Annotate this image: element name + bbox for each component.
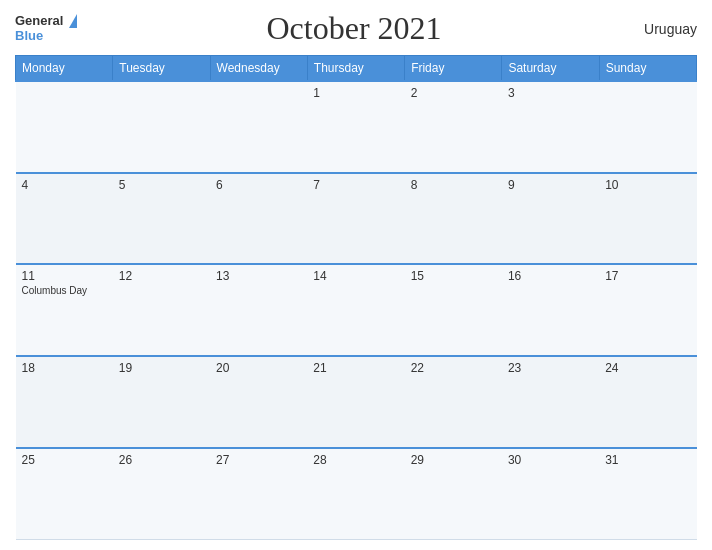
header-row: Monday Tuesday Wednesday Thursday Friday… bbox=[16, 56, 697, 82]
col-monday: Monday bbox=[16, 56, 113, 82]
day-cell: 29 bbox=[405, 448, 502, 540]
day-cell bbox=[113, 81, 210, 173]
day-cell: 5 bbox=[113, 173, 210, 265]
day-number: 5 bbox=[119, 178, 204, 192]
day-number: 30 bbox=[508, 453, 593, 467]
day-number: 10 bbox=[605, 178, 690, 192]
day-number: 31 bbox=[605, 453, 690, 467]
day-number: 23 bbox=[508, 361, 593, 375]
logo-text: General Blue bbox=[15, 14, 77, 44]
day-number: 29 bbox=[411, 453, 496, 467]
day-cell: 27 bbox=[210, 448, 307, 540]
calendar-table: Monday Tuesday Wednesday Thursday Friday… bbox=[15, 55, 697, 540]
day-number: 28 bbox=[313, 453, 398, 467]
day-cell: 21 bbox=[307, 356, 404, 448]
day-cell: 12 bbox=[113, 264, 210, 356]
col-thursday: Thursday bbox=[307, 56, 404, 82]
day-cell: 15 bbox=[405, 264, 502, 356]
day-cell: 14 bbox=[307, 264, 404, 356]
day-cell: 28 bbox=[307, 448, 404, 540]
col-sunday: Sunday bbox=[599, 56, 696, 82]
day-cell: 6 bbox=[210, 173, 307, 265]
week-row-1: 123 bbox=[16, 81, 697, 173]
col-friday: Friday bbox=[405, 56, 502, 82]
day-number: 19 bbox=[119, 361, 204, 375]
title-section: October 2021 bbox=[81, 10, 627, 47]
day-cell: 3 bbox=[502, 81, 599, 173]
logo-triangle-icon bbox=[69, 14, 77, 28]
day-number: 25 bbox=[22, 453, 107, 467]
day-cell: 8 bbox=[405, 173, 502, 265]
day-number: 8 bbox=[411, 178, 496, 192]
day-cell bbox=[16, 81, 113, 173]
day-cell: 16 bbox=[502, 264, 599, 356]
calendar-wrapper: General Blue October 2021 Uruguay Monday… bbox=[0, 0, 712, 550]
day-cell: 17 bbox=[599, 264, 696, 356]
day-cell: 24 bbox=[599, 356, 696, 448]
day-cell: 23 bbox=[502, 356, 599, 448]
calendar-thead: Monday Tuesday Wednesday Thursday Friday… bbox=[16, 56, 697, 82]
col-saturday: Saturday bbox=[502, 56, 599, 82]
day-cell: 26 bbox=[113, 448, 210, 540]
day-cell: 13 bbox=[210, 264, 307, 356]
col-tuesday: Tuesday bbox=[113, 56, 210, 82]
day-cell: 25 bbox=[16, 448, 113, 540]
day-number: 18 bbox=[22, 361, 107, 375]
day-number: 27 bbox=[216, 453, 301, 467]
day-cell: 31 bbox=[599, 448, 696, 540]
day-number: 26 bbox=[119, 453, 204, 467]
day-cell: 18 bbox=[16, 356, 113, 448]
day-number: 16 bbox=[508, 269, 593, 283]
day-number: 20 bbox=[216, 361, 301, 375]
calendar-body: 1234567891011Columbus Day121314151617181… bbox=[16, 81, 697, 540]
day-cell: 7 bbox=[307, 173, 404, 265]
day-number: 14 bbox=[313, 269, 398, 283]
day-number: 2 bbox=[411, 86, 496, 100]
week-row-3: 11Columbus Day121314151617 bbox=[16, 264, 697, 356]
day-number: 13 bbox=[216, 269, 301, 283]
day-number: 12 bbox=[119, 269, 204, 283]
day-number: 22 bbox=[411, 361, 496, 375]
day-cell: 30 bbox=[502, 448, 599, 540]
day-number: 4 bbox=[22, 178, 107, 192]
logo-general-text: General bbox=[15, 13, 63, 28]
day-cell bbox=[210, 81, 307, 173]
calendar-header: General Blue October 2021 Uruguay bbox=[15, 10, 697, 47]
logo-general: General bbox=[15, 14, 77, 29]
day-number: 24 bbox=[605, 361, 690, 375]
day-number: 15 bbox=[411, 269, 496, 283]
day-cell: 22 bbox=[405, 356, 502, 448]
day-number: 21 bbox=[313, 361, 398, 375]
day-number: 17 bbox=[605, 269, 690, 283]
day-cell: 9 bbox=[502, 173, 599, 265]
day-number: 11 bbox=[22, 269, 107, 283]
day-number: 9 bbox=[508, 178, 593, 192]
col-wednesday: Wednesday bbox=[210, 56, 307, 82]
logo: General Blue bbox=[15, 14, 81, 44]
logo-blue-text: Blue bbox=[15, 28, 77, 43]
day-cell: 1 bbox=[307, 81, 404, 173]
holiday-label: Columbus Day bbox=[22, 285, 107, 296]
day-cell: 19 bbox=[113, 356, 210, 448]
day-cell: 4 bbox=[16, 173, 113, 265]
country-label: Uruguay bbox=[627, 21, 697, 37]
day-cell: 11Columbus Day bbox=[16, 264, 113, 356]
day-cell: 2 bbox=[405, 81, 502, 173]
day-cell: 10 bbox=[599, 173, 696, 265]
calendar-title: October 2021 bbox=[81, 10, 627, 47]
week-row-5: 25262728293031 bbox=[16, 448, 697, 540]
day-number: 7 bbox=[313, 178, 398, 192]
day-number: 3 bbox=[508, 86, 593, 100]
day-cell: 20 bbox=[210, 356, 307, 448]
week-row-2: 45678910 bbox=[16, 173, 697, 265]
day-cell bbox=[599, 81, 696, 173]
day-number: 6 bbox=[216, 178, 301, 192]
week-row-4: 18192021222324 bbox=[16, 356, 697, 448]
day-number: 1 bbox=[313, 86, 398, 100]
